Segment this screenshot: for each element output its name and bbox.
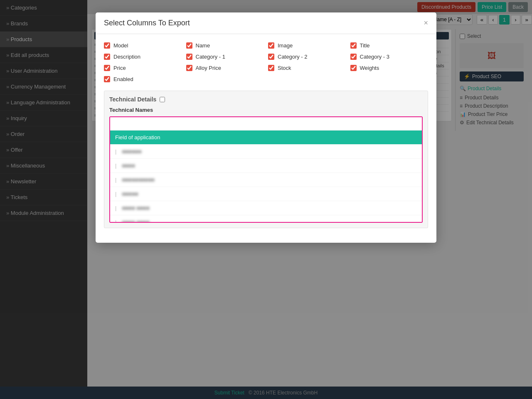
export-modal: Select Columns To Export × Model Name Im…	[96, 12, 436, 243]
modal-close-button[interactable]: ×	[424, 19, 428, 27]
tech-section-title: Technical Details	[109, 96, 156, 103]
dropdown-item-5[interactable]: | ■■■■ ■■■■	[110, 201, 422, 215]
tech-section-header: Technical Details	[109, 96, 423, 103]
checkbox-category3[interactable]: Category - 3	[350, 54, 429, 60]
checkbox-name[interactable]: Name	[186, 42, 264, 49]
checkbox-description[interactable]: Description	[104, 54, 182, 60]
dropdown-item-4[interactable]: | ■■■■■	[110, 187, 422, 201]
dropdown-item-0[interactable]: Field of application	[110, 131, 422, 145]
checkbox-weights[interactable]: Weights	[350, 65, 429, 71]
checkbox-category1[interactable]: Category - 1	[186, 54, 264, 60]
dropdown-item-1[interactable]: | ■■■■■■	[110, 145, 422, 159]
checkbox-model[interactable]: Model	[104, 42, 182, 49]
modal-body: Model Name Image Title Description Categ…	[96, 34, 436, 243]
dropdown-item-3[interactable]: | ■■■■■■■■■■	[110, 173, 422, 187]
modal-title: Select Columns To Export	[104, 19, 190, 27]
modal-header: Select Columns To Export ×	[96, 12, 436, 34]
checkbox-alloy-price[interactable]: Alloy Price	[186, 65, 264, 71]
tech-names-label: Technical Names	[109, 107, 423, 113]
checkbox-stock[interactable]: Stock	[268, 65, 346, 71]
dropdown-item-6[interactable]: | ■■■■ ■■■■	[110, 215, 422, 222]
checkbox-category2[interactable]: Category - 2	[268, 54, 346, 60]
checkbox-enabled[interactable]: Enabled	[104, 76, 182, 82]
dropdown-item-2[interactable]: | ■■■■	[110, 159, 422, 173]
modal-overlay[interactable]: Select Columns To Export × Model Name Im…	[0, 0, 532, 399]
dropdown-search-input[interactable]	[110, 117, 422, 131]
dropdown-list[interactable]: Field of application | ■■■■■■ | ■■■■ |	[110, 131, 422, 222]
checkbox-price[interactable]: Price	[104, 65, 182, 71]
technical-details-section: Technical Details Technical Names Field …	[104, 91, 428, 228]
checkbox-image[interactable]: Image	[268, 42, 346, 49]
columns-checkbox-grid: Model Name Image Title Description Categ…	[104, 42, 428, 82]
technical-names-dropdown[interactable]: Field of application | ■■■■■■ | ■■■■ |	[109, 116, 423, 223]
tech-details-checkbox[interactable]	[160, 97, 165, 102]
checkbox-title[interactable]: Title	[350, 42, 429, 49]
